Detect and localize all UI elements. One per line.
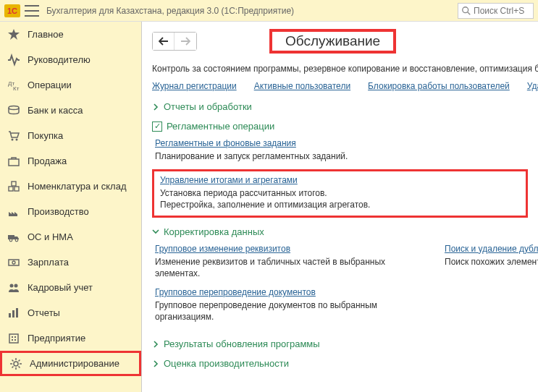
sidebar-item-label: Зарплата (28, 257, 69, 268)
svg-point-20 (14, 284, 18, 287)
cart-icon (7, 129, 20, 142)
sidebar-item-reports[interactable]: Отчеты (0, 300, 141, 325)
desc-group-edit: Изменение реквизитов и табличных частей … (155, 256, 387, 279)
menu-icon[interactable] (25, 5, 39, 17)
chevron-down-icon (152, 228, 159, 235)
page-description: Контроль за состоянием программы, резерв… (152, 64, 528, 74)
sidebar-item-hr[interactable]: Кадровый учет (0, 275, 141, 300)
sidebar-item-assets[interactable]: ОС и НМА (0, 224, 141, 250)
link-scheduled-jobs[interactable]: Регламентные и фоновые задания (155, 138, 296, 148)
app-logo: 1С (4, 4, 20, 17)
svg-marker-4 (8, 29, 20, 40)
sidebar-item-purchase[interactable]: Покупка (0, 123, 141, 148)
section-title: Результаты обновления программы (164, 338, 320, 349)
svg-text:1С: 1С (7, 7, 17, 15)
search-input[interactable] (474, 6, 524, 16)
tab-delete-marked[interactable]: Удаление помече (527, 81, 538, 91)
chevron-right-icon (152, 341, 159, 348)
highlighted-block: Управление итогами и агрегатами Установк… (152, 169, 528, 217)
sidebar-item-operations[interactable]: ДтКт Операции (0, 72, 141, 98)
sidebar-item-label: Покупка (28, 130, 63, 141)
money-icon (7, 256, 20, 269)
sidebar-item-main[interactable]: Главное (0, 22, 141, 47)
briefcase-icon (7, 155, 20, 168)
section-correction[interactable]: Корректировка данных (152, 226, 528, 237)
truck-icon (7, 231, 20, 244)
svg-point-9 (16, 138, 18, 140)
section-update-results[interactable]: Результаты обновления программы (152, 338, 528, 349)
link-group-edit[interactable]: Групповое изменение реквизитов (155, 244, 290, 254)
sidebar-item-company[interactable]: Предприятие (0, 325, 141, 351)
sidebar-item-manager[interactable]: Руководителю (0, 47, 141, 72)
top-bar: 1С Бухгалтерия для Казахстана, редакция … (0, 0, 538, 22)
operations-icon: ДтКт (7, 79, 20, 92)
sidebar-item-sale[interactable]: Продажа (0, 148, 141, 174)
checkbox-icon: ✓ (152, 122, 162, 132)
svg-rect-27 (12, 339, 13, 341)
sidebar-item-label: Продажа (28, 155, 67, 166)
sidebar-item-label: Руководителю (28, 54, 91, 65)
search-icon (461, 6, 471, 16)
svg-rect-26 (14, 336, 16, 338)
sidebar-item-label: Операции (28, 80, 72, 90)
global-search[interactable] (458, 3, 534, 19)
section-title: Регламентные операции (167, 121, 274, 132)
svg-rect-13 (12, 182, 16, 186)
section-performance[interactable]: Оценка производительности (152, 358, 528, 369)
sidebar-item-salary[interactable]: Зарплата (0, 250, 141, 275)
desc-group-repost: Групповое перепроведение документов по в… (155, 299, 387, 323)
svg-rect-10 (9, 159, 19, 166)
nav-buttons (152, 32, 197, 51)
sidebar-item-label: Администрирование (30, 358, 119, 369)
sidebar-item-stock[interactable]: Номенклатура и склад (0, 174, 141, 199)
svg-line-3 (468, 12, 471, 14)
svg-rect-12 (14, 187, 19, 191)
svg-point-7 (9, 106, 19, 109)
nav-back-button[interactable] (153, 33, 175, 50)
svg-rect-22 (12, 310, 14, 318)
arrow-right-icon (180, 37, 190, 46)
tab-links: Журнал регистрации Активные пользователи… (152, 81, 528, 91)
desc-totals-1: Установка периода рассчитанных итогов. (160, 187, 520, 199)
svg-point-15 (9, 239, 12, 242)
sidebar-item-production[interactable]: Производство (0, 199, 141, 224)
svg-rect-23 (16, 308, 18, 318)
svg-rect-11 (9, 187, 13, 191)
sidebar-item-bank[interactable]: Банк и касса (0, 98, 141, 123)
tab-active-users[interactable]: Активные пользователи (254, 81, 350, 91)
sidebar-item-label: Производство (28, 206, 89, 217)
sidebar-item-label: ОС и НМА (28, 231, 73, 242)
people-icon (7, 281, 20, 294)
nav-forward-button[interactable] (175, 33, 196, 50)
boxes-icon (7, 180, 20, 193)
sidebar-item-label: Главное (28, 29, 64, 40)
link-group-repost[interactable]: Групповое перепроведение документов (155, 287, 316, 297)
section-scheduled[interactable]: ✓ Регламентные операции (152, 121, 528, 132)
chart-icon (7, 307, 20, 320)
sidebar-item-label: Предприятие (28, 333, 85, 344)
svg-rect-21 (9, 313, 11, 318)
content-area: Обслуживание Контроль за состоянием прог… (142, 22, 538, 392)
sidebar-item-label: Банк и касса (28, 105, 83, 116)
gear-icon (9, 357, 22, 370)
coins-icon (7, 104, 20, 117)
tab-block-users[interactable]: Блокировка работы пользователей (368, 81, 510, 91)
chevron-right-icon (152, 103, 159, 111)
tab-journal[interactable]: Журнал регистрации (152, 81, 237, 91)
svg-text:Кт: Кт (13, 85, 20, 92)
link-totals-management[interactable]: Управление итогами и агрегатами (160, 175, 298, 185)
section-title: Оценка производительности (164, 358, 289, 369)
sidebar-item-label: Номенклатура и склад (28, 181, 126, 192)
svg-point-16 (15, 239, 18, 242)
svg-point-8 (12, 138, 14, 140)
app-title: Бухгалтерия для Казахстана, редакция 3.0… (46, 6, 458, 16)
section-reports[interactable]: Отчеты и обработки (152, 101, 528, 112)
link-find-duplicates[interactable]: Поиск и удаление дублей (445, 244, 538, 254)
sidebar-item-label: Кадровый учет (28, 282, 93, 293)
arrow-left-icon (159, 37, 169, 46)
svg-point-19 (10, 284, 14, 287)
svg-rect-28 (14, 339, 16, 341)
sidebar-item-admin[interactable]: Администрирование (0, 351, 141, 376)
page-title: Обслуживание (285, 33, 380, 48)
desc-scheduled-jobs: Планирование и запуск регламентных задан… (155, 150, 524, 162)
